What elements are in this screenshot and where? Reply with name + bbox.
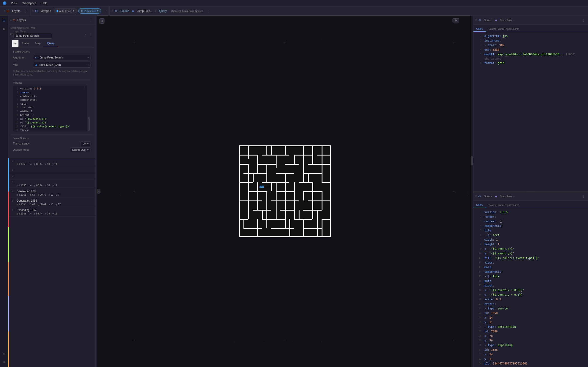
menu-help[interactable]: Help xyxy=(41,1,48,5)
right-menu-btn-top[interactable]: ⋮ xyxy=(581,18,586,23)
expand-side-icon[interactable]: ≡ xyxy=(1,359,7,365)
layers-menu-btn[interactable]: ⋮ xyxy=(23,9,28,13)
menu-view[interactable]: View xyxy=(10,1,18,5)
svg-rect-76 xyxy=(299,210,300,219)
editor-line: 4 components: xyxy=(473,224,588,228)
trace-row[interactable]: 0 pid 1358 f 4 g 88.44 x 18 y 11 xyxy=(9,158,95,167)
viewport-menu-btn[interactable]: ⋮ xyxy=(103,9,107,13)
right-code-bottom[interactable]: 1version: 1.0.5 2render: 3 context: {} 4… xyxy=(473,209,588,367)
viewport-btn[interactable]: Viewport xyxy=(39,8,52,14)
viewport-area[interactable]: · · · · · · · · · · · · · · · · + + + + … xyxy=(96,16,473,367)
map-label: Map xyxy=(13,63,31,67)
right-breadcrumb-bottom: (Source) Jump Point Search xyxy=(486,202,521,208)
layer-name-input[interactable] xyxy=(14,33,52,39)
svg-rect-62 xyxy=(276,200,277,219)
auto-pixel-btn[interactable]: Auto (Pixel) ▾ xyxy=(54,8,77,13)
snap-btn[interactable]: ⊡ xyxy=(99,18,104,24)
right-source-label-bottom: Source xyxy=(483,195,493,198)
trace-row[interactable]: 3 pid 1358 f 4 g 88.44 x 18 y 11 xyxy=(9,179,95,188)
layer-close-btn[interactable]: × xyxy=(83,32,87,37)
code-icon: <> xyxy=(114,9,118,13)
layers-side-icon[interactable]: ⊞ xyxy=(1,17,7,24)
editor-line: 4 end: 6238 xyxy=(473,48,588,52)
right-jump-label-bottom: Jump Poin... xyxy=(498,195,515,198)
settings-side-icon[interactable]: ⚙ xyxy=(1,26,7,32)
source-drag-handle[interactable]: ⠿ xyxy=(111,10,113,12)
right-code-top[interactable]: 1 algorithm: jps 2 instances: 3 - start:… xyxy=(473,33,588,191)
svg-rect-4 xyxy=(330,145,331,237)
layer-options-btn[interactable]: ⋮ xyxy=(88,32,94,37)
code-editor-top: 1 algorithm: jps 2 instances: 3 - start:… xyxy=(473,33,588,71)
editor-line: 2render: xyxy=(473,215,588,219)
collapse-side-icon[interactable]: ≡ xyxy=(1,350,7,357)
viewport-scrollbar-v[interactable] xyxy=(471,16,473,367)
code-preview[interactable]: 1version: 1.0.5 2render: 3 context: {} 4… xyxy=(13,85,87,131)
right-drag-handle-bottom[interactable]: ⠿ xyxy=(475,195,477,198)
editor-line: 17 pivot: xyxy=(473,284,588,288)
trace-row[interactable]: 6 Expanding 1362 pid 1358 f 4 g 88.44 x … xyxy=(9,207,95,217)
preview-section: Preview 1version: 1.0.5 2render: 3 conte… xyxy=(13,79,91,131)
layer-options-section: Layer Options Transparency 0% ▾ Display … xyxy=(10,134,94,156)
layer-item-panel: Small Maze (Grid) / Map ⊞ Layer Name × ⋮… xyxy=(8,25,95,158)
trace-list[interactable]: 0 pid 1358 f 4 g 88.44 x 18 y 11 xyxy=(9,158,95,367)
right-drag-handle-top[interactable]: ⠿ xyxy=(475,19,477,21)
right-query-tab-top[interactable]: Query xyxy=(473,26,486,32)
right-menu-btn-bottom[interactable]: ⋮ xyxy=(581,194,586,199)
editor-line: 31 id: 1358 xyxy=(473,348,588,352)
editor-line: 33 y: 11 xyxy=(473,357,588,361)
app-logo xyxy=(3,1,6,5)
menu-workspace[interactable]: Workspace xyxy=(22,1,37,5)
editor-line: 35 g: 88.4386 xyxy=(473,366,588,367)
algorithm-dropdown[interactable]: <> Jump Point Search ▾ xyxy=(33,55,91,60)
svg-rect-66 xyxy=(267,210,267,228)
algo-icon: <> xyxy=(35,56,38,59)
display-mode-row: Display Mode Source Over ▾ xyxy=(13,148,91,152)
map-dropdown[interactable]: ◈ Small Maze (Grid) ▾ xyxy=(33,62,91,68)
trace-title-6: Expanding 1362 xyxy=(17,209,36,212)
query-tab-top[interactable]: Query xyxy=(158,8,168,14)
svg-rect-60 xyxy=(248,200,249,219)
svg-rect-58 xyxy=(303,191,304,200)
panel-collapse-icon[interactable]: ≡ xyxy=(10,19,11,22)
left-dots: · · · · xyxy=(120,191,122,196)
main-layout: ⊞ ⚙ ≡ ≡ ≡ ⊞ Layers ⋮ Small Maze (Grid) /… xyxy=(0,16,588,367)
svg-rect-57 xyxy=(285,191,286,210)
plus-ml: + xyxy=(133,190,135,193)
viewport-drag-handle[interactable]: ⠿ xyxy=(32,10,34,12)
zoom-badge: 1x xyxy=(452,18,459,23)
collapse-left-btn[interactable]: ‹ xyxy=(97,189,100,194)
trace-row[interactable]: 4 Generating 970 pid 1358 f 5.66 g 99.75… xyxy=(9,188,95,198)
display-mode-arrow: ▾ xyxy=(87,148,89,151)
preview-menu-btn[interactable]: ⋮ xyxy=(82,86,86,90)
layer-name-field-wrap: Layer Name xyxy=(14,30,82,39)
panel-options-btn[interactable]: ⋮ xyxy=(88,18,94,23)
layers-drag-handle[interactable]: ⠿ xyxy=(4,10,5,12)
plus-mb: + xyxy=(284,338,286,342)
source-options-label: Source Options xyxy=(13,50,91,53)
jump-point-btn[interactable]: Jump Poin... xyxy=(136,8,154,14)
trace-row[interactable]: 5 Generating 1455 pid 1358 f 1.41 g 88.4… xyxy=(9,198,95,207)
layers-btn[interactable]: Layers xyxy=(11,8,22,14)
editor-line: 21events: xyxy=(473,302,588,307)
editor-line: 34 pId: 184467440737095520000 xyxy=(473,361,588,366)
tab-map[interactable]: Map xyxy=(32,40,44,47)
source-btn[interactable]: Source xyxy=(119,8,130,14)
tab-query[interactable]: Query xyxy=(44,40,58,47)
tab-trace[interactable]: Trace xyxy=(19,40,32,47)
editor-line: 1 algorithm: jps xyxy=(473,34,588,39)
right-query-tab-bottom[interactable]: Query xyxy=(473,202,486,208)
trace-num-2: 2 xyxy=(12,175,15,177)
preview-scrollbar[interactable] xyxy=(87,85,91,131)
layers-toolbar-section: ⠿ ⊞ Layers ⋮ xyxy=(2,6,30,15)
right-dots: · · · · xyxy=(466,191,468,196)
selected-badge[interactable]: ⊙ 2 Selected ▾ xyxy=(78,8,101,14)
trace-row[interactable]: 1 xyxy=(9,167,95,173)
display-mode-dropdown[interactable]: Source Over ▾ xyxy=(70,148,91,152)
trace-row[interactable]: 2 xyxy=(9,173,95,179)
transparency-dropdown[interactable]: 0% ▾ xyxy=(81,141,91,146)
add-tab-btn[interactable]: + xyxy=(12,40,19,47)
source-menu-btn[interactable]: ⋮ xyxy=(206,9,211,13)
help-text: Define source and destination nodes by c… xyxy=(13,69,91,77)
editor-line: 7 width: 1 xyxy=(473,238,588,242)
svg-rect-16 xyxy=(239,182,253,183)
